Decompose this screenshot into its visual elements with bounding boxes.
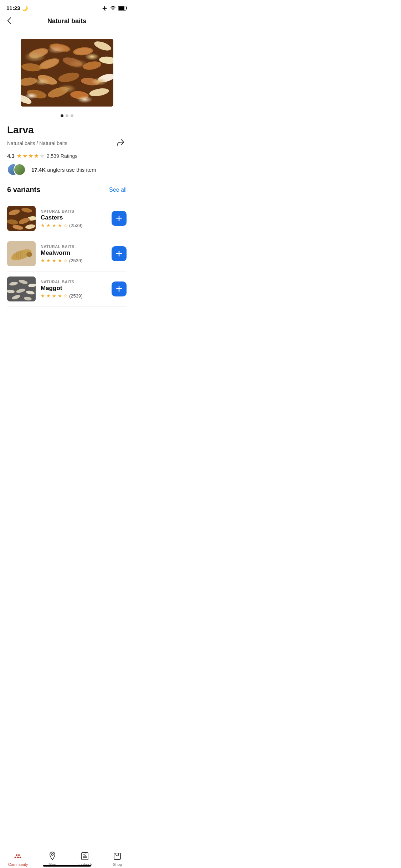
carousel-dots (0, 111, 134, 124)
variant-thumb-mealworm (7, 241, 36, 266)
product-image-svg (21, 39, 113, 107)
svg-point-23 (46, 85, 69, 99)
variants-header: 6 variants See all (7, 186, 127, 194)
v1-star3: ★ (52, 223, 56, 228)
svg-point-19 (57, 71, 80, 84)
product-name: Larva (7, 124, 127, 136)
v2-star2: ★ (46, 258, 51, 263)
svg-rect-36 (119, 216, 120, 221)
status-time: 11:23 (6, 5, 20, 11)
variant-count-maggot: (2539) (69, 293, 83, 299)
variants-section: 6 variants See all NATURAL BAITS Casters… (0, 186, 134, 307)
svg-rect-1 (119, 6, 124, 10)
status-bar: 11:23 🌙 (0, 0, 134, 14)
svg-rect-59 (119, 286, 120, 292)
svg-point-14 (62, 56, 83, 68)
add-mealworm-button[interactable] (112, 246, 127, 261)
svg-point-25 (88, 87, 109, 97)
back-button[interactable] (6, 16, 13, 27)
anglers-row: 17.4K anglers use this item (7, 164, 127, 176)
v2-star5-half: ☆ (63, 258, 68, 263)
v3-star1: ★ (41, 293, 45, 299)
rating-row: 4.3 ★ ★ ★ ★ ★ 2,539 Ratings (7, 153, 127, 159)
v2-star3: ★ (52, 258, 56, 263)
battery-icon (118, 6, 127, 11)
svg-rect-3 (21, 39, 113, 107)
variant-count-mealworm: (2539) (69, 258, 83, 263)
svg-rect-48 (119, 251, 120, 257)
svg-point-8 (73, 47, 93, 56)
variant-item-mealworm: NATURAL BAITS Mealworm ★ ★ ★ ★ ☆ (2539) (7, 236, 127, 272)
svg-point-22 (26, 88, 47, 100)
product-image (21, 39, 113, 107)
ratings-count: 2,539 Ratings (47, 153, 77, 159)
svg-point-5 (29, 47, 48, 59)
wifi-icon (110, 5, 116, 11)
svg-point-16 (99, 56, 113, 64)
add-casters-button[interactable] (112, 211, 127, 226)
svg-point-12 (37, 56, 61, 71)
variant-rating-mealworm: ★ ★ ★ ★ ☆ (2539) (41, 258, 107, 263)
svg-point-10 (93, 40, 112, 52)
svg-rect-2 (127, 7, 127, 9)
svg-point-4 (27, 46, 49, 60)
svg-point-26 (21, 93, 33, 106)
star-rating: ★ ★ ★ ★ ★ (17, 153, 45, 159)
add-maggot-button[interactable] (112, 281, 127, 296)
v2-star4: ★ (58, 258, 62, 263)
v1-star5-half: ☆ (63, 223, 68, 228)
breadcrumb: Natural baits / Natural baits (7, 140, 67, 146)
airplane-icon (102, 5, 108, 11)
header-title: Natural baits (47, 17, 86, 25)
star-1: ★ (17, 153, 22, 159)
variant-category-casters: NATURAL BAITS (41, 209, 107, 213)
v3-star5-half: ☆ (63, 293, 68, 299)
anglers-count: 17.4K (31, 167, 46, 173)
v3-star3: ★ (52, 293, 56, 299)
variant-thumb-maggot (7, 277, 36, 301)
svg-point-7 (50, 43, 69, 53)
svg-point-6 (48, 42, 71, 53)
variant-info-maggot: NATURAL BAITS Maggot ★ ★ ★ ★ ☆ (2539) (41, 280, 107, 299)
v3-star4: ★ (58, 293, 62, 299)
variant-category-mealworm: NATURAL BAITS (41, 244, 107, 249)
svg-point-13 (39, 57, 59, 71)
v1-star4: ★ (58, 223, 62, 228)
v2-star1: ★ (41, 258, 45, 263)
svg-point-21 (97, 72, 113, 84)
variant-category-maggot: NATURAL BAITS (41, 280, 107, 284)
rating-number: 4.3 (7, 153, 15, 159)
dot-1 (61, 114, 63, 117)
star-4: ★ (34, 153, 39, 159)
variant-item-casters: NATURAL BAITS Casters ★ ★ ★ ★ ☆ (2539) (7, 201, 127, 236)
dot-3 (71, 114, 73, 117)
status-icons (102, 5, 127, 11)
product-carousel (0, 30, 134, 111)
avatar-2 (14, 164, 26, 176)
variants-title: 6 variants (7, 186, 40, 194)
svg-point-18 (36, 73, 58, 87)
v1-star1: ★ (41, 223, 45, 228)
svg-point-11 (21, 63, 42, 72)
share-button[interactable] (114, 137, 127, 149)
angler-avatars (7, 164, 23, 176)
star-3: ★ (28, 153, 33, 159)
svg-point-17 (21, 76, 37, 87)
variant-item-maggot: NATURAL BAITS Maggot ★ ★ ★ ★ ☆ (2539) (7, 272, 127, 307)
svg-point-15 (82, 60, 102, 71)
svg-point-20 (80, 77, 99, 86)
v1-star2: ★ (46, 223, 51, 228)
variant-info-mealworm: NATURAL BAITS Mealworm ★ ★ ★ ★ ☆ (2539) (41, 244, 107, 263)
product-info: Larva Natural baits / Natural baits 4.3 … (0, 124, 134, 176)
star-5: ★ (40, 153, 45, 159)
variant-count-casters: (2539) (69, 223, 83, 228)
variant-rating-maggot: ★ ★ ★ ★ ☆ (2539) (41, 293, 107, 299)
svg-point-9 (74, 47, 92, 55)
see-all-button[interactable]: See all (109, 187, 127, 193)
svg-point-24 (70, 90, 89, 100)
variant-name-maggot: Maggot (41, 285, 107, 292)
moon-icon: 🌙 (22, 5, 28, 11)
variant-info-casters: NATURAL BAITS Casters ★ ★ ★ ★ ☆ (2539) (41, 209, 107, 228)
variant-rating-casters: ★ ★ ★ ★ ☆ (2539) (41, 223, 107, 228)
svg-point-46 (26, 252, 32, 257)
